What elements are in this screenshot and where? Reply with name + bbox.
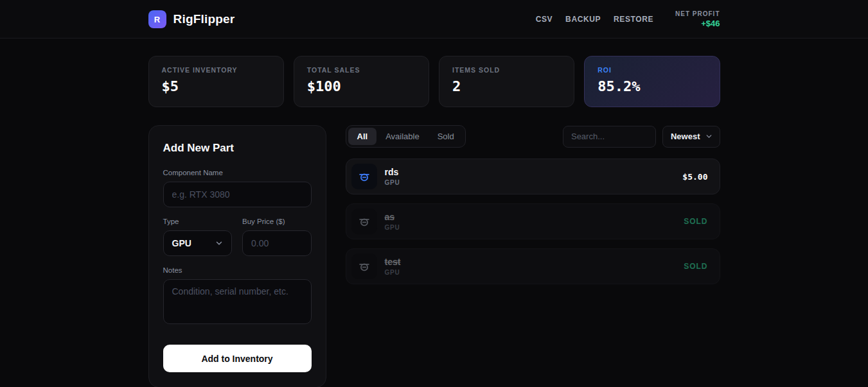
inventory-section: All Available Sold Newest bbox=[346, 125, 720, 293]
sold-badge: SOLD bbox=[684, 217, 707, 226]
type-label: Type bbox=[163, 218, 233, 225]
item-name: rds bbox=[385, 167, 400, 178]
net-profit-value: +$46 bbox=[675, 19, 720, 28]
stat-value: 2 bbox=[452, 78, 561, 94]
csv-button[interactable]: CSV bbox=[536, 15, 553, 24]
item-type: GPU bbox=[385, 269, 401, 276]
inventory-list: rds GPU $5.00 as GPU bbox=[346, 159, 720, 284]
buy-price-input[interactable] bbox=[242, 230, 312, 256]
backup-button[interactable]: BACKUP bbox=[565, 15, 601, 24]
app-title: RigFlipper bbox=[173, 12, 235, 26]
chevron-down-icon bbox=[215, 239, 224, 248]
tab-sold[interactable]: Sold bbox=[429, 128, 463, 145]
gpu-icon bbox=[351, 209, 377, 234]
add-to-inventory-button[interactable]: Add to Inventory bbox=[163, 345, 312, 372]
type-select-value: GPU bbox=[172, 238, 191, 248]
stat-label: ACTIVE INVENTORY bbox=[162, 66, 270, 74]
buy-price-label: Buy Price ($) bbox=[242, 218, 312, 225]
inventory-item-row[interactable]: as GPU SOLD bbox=[346, 203, 720, 239]
type-select[interactable]: GPU bbox=[163, 230, 233, 256]
filter-tabs: All Available Sold bbox=[346, 125, 466, 148]
inventory-item-row[interactable]: test GPU SOLD bbox=[346, 248, 720, 284]
stat-card-total-sales: TOTAL SALES $100 bbox=[294, 56, 429, 107]
stat-label: TOTAL SALES bbox=[307, 66, 416, 74]
item-type: GPU bbox=[385, 224, 400, 231]
item-name: as bbox=[385, 212, 400, 223]
stat-card-items-sold: ITEMS SOLD 2 bbox=[439, 56, 574, 107]
inventory-item-row[interactable]: rds GPU $5.00 bbox=[346, 159, 720, 194]
app-header: R RigFlipper CSV BACKUP RESTORE NET PROF… bbox=[0, 0, 868, 39]
stat-label: ROI bbox=[598, 66, 706, 74]
component-name-label: Component Name bbox=[163, 169, 312, 176]
item-type: GPU bbox=[385, 179, 400, 186]
sort-select-value: Newest bbox=[671, 132, 700, 141]
tab-available[interactable]: Available bbox=[376, 128, 429, 145]
component-name-input[interactable] bbox=[163, 182, 312, 207]
notes-textarea[interactable] bbox=[163, 279, 312, 324]
add-part-panel: Add New Part Component Name Type GPU Buy… bbox=[148, 125, 326, 387]
app-logo: R bbox=[148, 10, 166, 28]
stat-card-active-inventory: ACTIVE INVENTORY $5 bbox=[148, 56, 284, 107]
gpu-icon bbox=[351, 164, 377, 189]
stat-value: 85.2% bbox=[598, 78, 706, 94]
gpu-icon bbox=[351, 254, 377, 279]
sort-select[interactable]: Newest bbox=[662, 126, 720, 148]
brand: R RigFlipper bbox=[148, 10, 235, 28]
stats-row: ACTIVE INVENTORY $5 TOTAL SALES $100 ITE… bbox=[148, 56, 720, 107]
stat-value: $100 bbox=[307, 78, 416, 94]
net-profit-label: NET PROFIT bbox=[675, 10, 720, 17]
notes-label: Notes bbox=[163, 266, 312, 274]
stat-label: ITEMS SOLD bbox=[452, 66, 561, 74]
stat-value: $5 bbox=[162, 78, 270, 94]
search-input[interactable] bbox=[563, 126, 656, 148]
net-profit: NET PROFIT +$46 bbox=[675, 10, 720, 28]
stat-card-roi: ROI 85.2% bbox=[584, 56, 720, 107]
tab-all[interactable]: All bbox=[348, 128, 377, 145]
panel-title: Add New Part bbox=[163, 142, 312, 155]
item-name: test bbox=[385, 257, 401, 268]
item-price: $5.00 bbox=[682, 172, 707, 182]
sold-badge: SOLD bbox=[684, 262, 707, 271]
restore-button[interactable]: RESTORE bbox=[614, 15, 653, 24]
chevron-down-icon bbox=[705, 132, 713, 141]
